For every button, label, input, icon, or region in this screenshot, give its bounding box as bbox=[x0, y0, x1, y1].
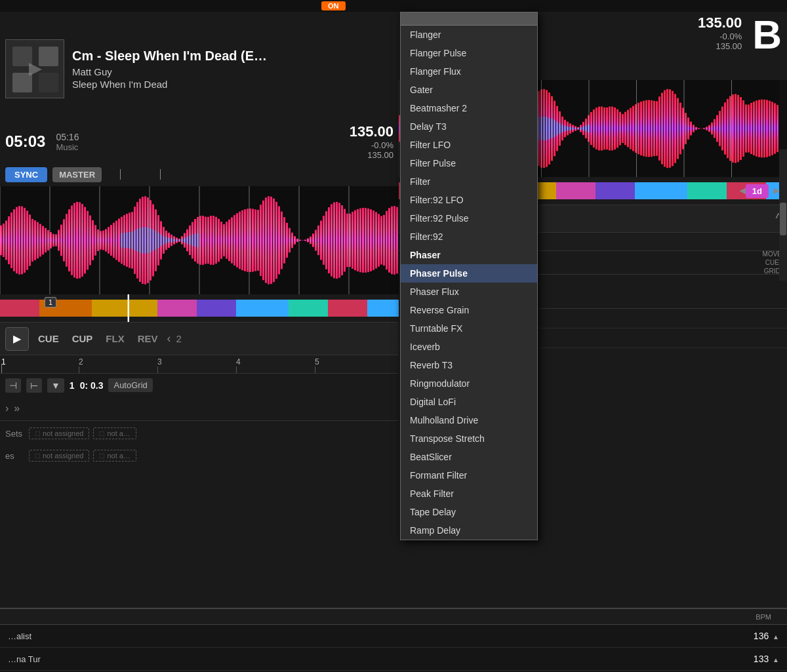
dropdown-item-transpose-stretch[interactable]: Transpose Stretch bbox=[401, 429, 537, 448]
dropdown-item-flanger-flux[interactable]: Flanger Flux bbox=[401, 62, 537, 81]
dropdown-item-gater[interactable]: Gater bbox=[401, 81, 537, 99]
flx-button[interactable]: FLX bbox=[102, 330, 128, 347]
autogrid-btn[interactable]: AutoGrid bbox=[108, 378, 152, 392]
left-deck: Cm - Sleep When I'm Dead (E… Matt Guy Sl… bbox=[0, 12, 399, 672]
effects-dropdown[interactable]: Flanger Flanger Pulse Flanger Flux Gater… bbox=[400, 12, 538, 540]
dropdown-item-flanger-pulse[interactable]: Flanger Pulse bbox=[401, 44, 537, 62]
dropdown-item-phaser-flux[interactable]: Phaser Flux bbox=[401, 283, 537, 301]
cue-button[interactable]: CUE bbox=[34, 330, 63, 347]
loop-arrow-left[interactable]: › bbox=[5, 403, 9, 414]
album-art bbox=[5, 39, 64, 98]
browser-track-row-2[interactable]: …na Tur 133 ▲ bbox=[0, 648, 787, 671]
loop-arrow-right-right[interactable]: ► bbox=[771, 185, 782, 197]
grid-down-btn[interactable]: ▼ bbox=[47, 378, 64, 393]
bottom-browser: BPM …alist 136 ▲ …na Tur 133 ▲ bbox=[0, 608, 787, 672]
track-bpm-2: 133 ▲ bbox=[754, 654, 779, 664]
dropdown-item-iceverb[interactable]: Iceverb bbox=[401, 338, 537, 356]
dropdown-item-filter92[interactable]: Filter:92 bbox=[401, 227, 537, 246]
transport-controls: ▶ CUE CUP FLX REV ‹ 2 bbox=[0, 322, 399, 355]
play-button[interactable]: ▶ bbox=[5, 327, 29, 351]
deck-letter: B bbox=[752, 14, 782, 55]
rev-button[interactable]: REV bbox=[134, 330, 162, 347]
bpm-offset-left: -0.0% bbox=[350, 140, 394, 150]
bpm-base-right: 135.00 bbox=[698, 41, 742, 51]
loop-arrow-right[interactable]: » bbox=[14, 403, 20, 414]
dropdown-item-filter92-lfo[interactable]: Filter:92 LFO bbox=[401, 191, 537, 209]
dropdown-item-mulholland-drive[interactable]: Mulholland Drive bbox=[401, 411, 537, 429]
bpm-left: 135.00 bbox=[350, 123, 394, 140]
sync-master-row: SYNC MASTER bbox=[0, 163, 399, 186]
cup-button[interactable]: CUP bbox=[68, 330, 97, 347]
sync-button[interactable]: SYNC bbox=[5, 167, 47, 182]
left-mini-waveform: 1 bbox=[0, 294, 399, 322]
dropdown-item-ringmodulator[interactable]: Ringmodulator bbox=[401, 374, 537, 393]
not-assigned-left-4[interactable]: ⬚ not a… bbox=[93, 450, 136, 462]
dropdown-item-filter-pulse[interactable]: Filter Pulse bbox=[401, 154, 537, 172]
master-button[interactable]: MASTER bbox=[52, 167, 102, 182]
scrollbar-thumb[interactable] bbox=[780, 203, 786, 235]
track-title: Cm - Sleep When I'm Dead (E… bbox=[72, 49, 394, 64]
bpm-right: 135.00 bbox=[698, 14, 742, 31]
dropdown-item-tape-delay[interactable]: Tape Delay bbox=[401, 503, 537, 521]
bpm-base-left: 135.00 bbox=[350, 150, 394, 160]
dropdown-header bbox=[401, 12, 537, 26]
not-assigned-left-1[interactable]: ⬚ not assigned bbox=[29, 427, 89, 439]
dropdown-item-reverb-t3[interactable]: Reverb T3 bbox=[401, 356, 537, 374]
dropdown-item-filter[interactable]: Filter bbox=[401, 172, 537, 191]
loop-jump-left: › » bbox=[0, 397, 399, 420]
dropdown-item-ramp-delay[interactable]: Ramp Delay bbox=[401, 521, 537, 540]
loop-marker: 1d bbox=[746, 184, 769, 198]
page-number: 2 bbox=[176, 333, 182, 344]
grid-controls-left: ⊣ ⊢ ▼ 1 0: 0.3 AutoGrid bbox=[0, 373, 399, 397]
right-scrollbar[interactable] bbox=[779, 149, 787, 281]
svg-rect-2 bbox=[39, 47, 58, 66]
left-waveform: // Generated inline waveform bbox=[0, 186, 399, 294]
prev-page-button[interactable]: ‹ bbox=[167, 332, 171, 346]
track-bpm-1: 136 ▲ bbox=[754, 631, 779, 641]
track-details: Cm - Sleep When I'm Dead (E… Matt Guy Sl… bbox=[72, 49, 394, 90]
track-album: Sleep When I'm Dead bbox=[72, 79, 394, 90]
svg-rect-4 bbox=[39, 73, 58, 92]
dropdown-item-reverse-grain[interactable]: Reverse Grain bbox=[401, 301, 537, 319]
track-artist: Matt Guy bbox=[72, 66, 394, 77]
sets-label: Sets bbox=[5, 429, 25, 439]
dropdown-item-phaser[interactable]: Phaser bbox=[401, 246, 537, 264]
dropdown-item-delay-t3[interactable]: Delay T3 bbox=[401, 117, 537, 136]
music-label-left: Music bbox=[56, 142, 78, 152]
dropdown-item-phaser-pulse[interactable]: Phaser Pulse bbox=[401, 264, 537, 283]
dropdown-item-turntable-fx[interactable]: Turntable FX bbox=[401, 319, 537, 338]
bpm-offset-right: -0.0% bbox=[698, 31, 742, 41]
time-remaining-left: 05:03 bbox=[5, 132, 45, 151]
grid-next-btn[interactable]: ⊢ bbox=[26, 378, 42, 393]
dropdown-item-peak-filter[interactable]: Peak Filter bbox=[401, 484, 537, 503]
beat-ruler-left: 1 2 3 4 5 bbox=[0, 355, 399, 373]
not-assigned-left-2[interactable]: ⬚ not a… bbox=[93, 427, 136, 439]
dropdown-item-digital-lofi[interactable]: Digital LoFi bbox=[401, 393, 537, 411]
dropdown-item-filter-lfo[interactable]: Filter LFO bbox=[401, 136, 537, 154]
beat-pos-left: 1 bbox=[70, 380, 75, 391]
not-assigned-left-3[interactable]: ⬚ not assigned bbox=[29, 450, 89, 462]
beat-time-left: 0: 0.3 bbox=[80, 380, 104, 391]
dropdown-item-filter92-pulse[interactable]: Filter:92 Pulse bbox=[401, 209, 537, 227]
dropdown-item-formant-filter[interactable]: Formant Filter bbox=[401, 466, 537, 484]
track-artist-2: …na Tur bbox=[8, 654, 41, 664]
track-info: Cm - Sleep When I'm Dead (E… Matt Guy Sl… bbox=[0, 12, 399, 123]
on-button[interactable]: ON bbox=[321, 1, 346, 10]
grid-prev-btn[interactable]: ⊣ bbox=[5, 378, 21, 393]
dropdown-item-beatslicer[interactable]: BeatSlicer bbox=[401, 448, 537, 466]
browser-track-row-1[interactable]: …alist 136 ▲ bbox=[0, 625, 787, 648]
bpm-column-header: BPM bbox=[756, 613, 782, 621]
track-artist-1: …alist bbox=[8, 631, 31, 641]
dropdown-item-flanger[interactable]: Flanger bbox=[401, 26, 537, 44]
hotcues-left: Sets ⬚ not assigned ⬚ not a… es ⬚ not as… bbox=[0, 420, 399, 468]
time-total-left: 05:16 bbox=[56, 132, 79, 142]
dropdown-item-beatmasher2[interactable]: Beatmasher 2 bbox=[401, 99, 537, 117]
